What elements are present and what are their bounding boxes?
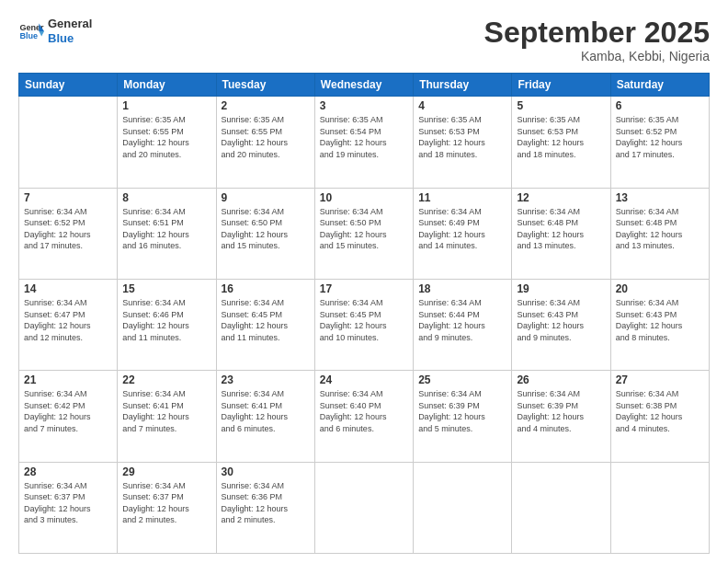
calendar-cell: 30Sunrise: 6:34 AM Sunset: 6:36 PM Dayli… [216, 462, 314, 553]
calendar-cell: 27Sunrise: 6:34 AM Sunset: 6:38 PM Dayli… [610, 371, 709, 462]
calendar-header-friday: Friday [512, 74, 610, 97]
calendar-header-sunday: Sunday [19, 74, 118, 97]
calendar-cell: 4Sunrise: 6:35 AM Sunset: 6:53 PM Daylig… [414, 97, 512, 188]
day-number: 18 [418, 282, 506, 295]
header: General Blue General Blue September 2025… [18, 17, 710, 63]
day-number: 27 [616, 373, 704, 386]
calendar-cell: 11Sunrise: 6:34 AM Sunset: 6:49 PM Dayli… [414, 188, 512, 279]
day-number: 25 [418, 373, 506, 386]
calendar-cell: 10Sunrise: 6:34 AM Sunset: 6:50 PM Dayli… [314, 188, 413, 279]
calendar-cell: 24Sunrise: 6:34 AM Sunset: 6:40 PM Dayli… [314, 371, 413, 462]
calendar-cell: 16Sunrise: 6:34 AM Sunset: 6:45 PM Dayli… [216, 279, 314, 370]
day-number: 30 [222, 465, 310, 478]
day-number: 3 [320, 99, 408, 112]
day-info: Sunrise: 6:34 AM Sunset: 6:48 PM Dayligh… [616, 206, 704, 252]
day-number: 14 [24, 282, 112, 295]
day-info: Sunrise: 6:34 AM Sunset: 6:43 PM Dayligh… [616, 297, 704, 343]
day-number: 2 [222, 99, 310, 112]
calendar-week-row: 21Sunrise: 6:34 AM Sunset: 6:42 PM Dayli… [19, 371, 710, 462]
calendar-cell: 8Sunrise: 6:34 AM Sunset: 6:51 PM Daylig… [118, 188, 216, 279]
calendar-cell: 25Sunrise: 6:34 AM Sunset: 6:39 PM Dayli… [414, 371, 512, 462]
calendar-cell [314, 462, 413, 553]
day-number: 8 [122, 191, 210, 204]
day-number: 4 [418, 99, 506, 112]
day-number: 10 [320, 191, 408, 204]
calendar-cell: 29Sunrise: 6:34 AM Sunset: 6:37 PM Dayli… [118, 462, 216, 553]
day-info: Sunrise: 6:35 AM Sunset: 6:55 PM Dayligh… [222, 114, 310, 160]
day-number: 26 [517, 373, 605, 386]
location: Kamba, Kebbi, Nigeria [484, 49, 710, 63]
calendar-cell: 19Sunrise: 6:34 AM Sunset: 6:43 PM Dayli… [512, 279, 610, 370]
day-info: Sunrise: 6:35 AM Sunset: 6:52 PM Dayligh… [616, 114, 704, 160]
day-number: 29 [122, 465, 210, 478]
day-info: Sunrise: 6:34 AM Sunset: 6:46 PM Dayligh… [122, 297, 210, 343]
day-info: Sunrise: 6:34 AM Sunset: 6:37 PM Dayligh… [122, 480, 210, 526]
day-info: Sunrise: 6:34 AM Sunset: 6:48 PM Dayligh… [517, 206, 605, 252]
day-number: 13 [616, 191, 704, 204]
day-info: Sunrise: 6:34 AM Sunset: 6:44 PM Dayligh… [418, 297, 506, 343]
logo-blue-text: Blue [48, 31, 92, 46]
logo-icon: General Blue [18, 18, 44, 44]
calendar-week-row: 7Sunrise: 6:34 AM Sunset: 6:52 PM Daylig… [19, 188, 710, 279]
page: General Blue General Blue September 2025… [0, 0, 728, 563]
day-number: 11 [418, 191, 506, 204]
day-number: 23 [222, 373, 310, 386]
day-info: Sunrise: 6:34 AM Sunset: 6:41 PM Dayligh… [122, 388, 210, 434]
day-info: Sunrise: 6:34 AM Sunset: 6:38 PM Dayligh… [616, 388, 704, 434]
day-number: 21 [24, 373, 112, 386]
calendar-week-row: 28Sunrise: 6:34 AM Sunset: 6:37 PM Dayli… [19, 462, 710, 553]
day-info: Sunrise: 6:34 AM Sunset: 6:47 PM Dayligh… [24, 297, 112, 343]
day-number: 15 [122, 282, 210, 295]
calendar-header-monday: Monday [118, 74, 216, 97]
calendar-header-thursday: Thursday [414, 74, 512, 97]
day-info: Sunrise: 6:34 AM Sunset: 6:39 PM Dayligh… [418, 388, 506, 434]
calendar-cell: 28Sunrise: 6:34 AM Sunset: 6:37 PM Dayli… [19, 462, 118, 553]
day-number: 6 [616, 99, 704, 112]
calendar-cell [512, 462, 610, 553]
day-info: Sunrise: 6:34 AM Sunset: 6:41 PM Dayligh… [222, 388, 310, 434]
calendar-cell: 21Sunrise: 6:34 AM Sunset: 6:42 PM Dayli… [19, 371, 118, 462]
calendar-cell [414, 462, 512, 553]
calendar-table: SundayMondayTuesdayWednesdayThursdayFrid… [18, 73, 710, 554]
day-info: Sunrise: 6:34 AM Sunset: 6:50 PM Dayligh… [320, 206, 408, 252]
day-info: Sunrise: 6:34 AM Sunset: 6:36 PM Dayligh… [222, 480, 310, 526]
day-info: Sunrise: 6:34 AM Sunset: 6:42 PM Dayligh… [24, 388, 112, 434]
calendar-cell: 2Sunrise: 6:35 AM Sunset: 6:55 PM Daylig… [216, 97, 314, 188]
calendar-cell [19, 97, 118, 188]
calendar-cell: 20Sunrise: 6:34 AM Sunset: 6:43 PM Dayli… [610, 279, 709, 370]
day-number: 22 [122, 373, 210, 386]
day-number: 12 [517, 191, 605, 204]
calendar-cell: 14Sunrise: 6:34 AM Sunset: 6:47 PM Dayli… [19, 279, 118, 370]
calendar-week-row: 1Sunrise: 6:35 AM Sunset: 6:55 PM Daylig… [19, 97, 710, 188]
calendar-header-row: SundayMondayTuesdayWednesdayThursdayFrid… [19, 74, 710, 97]
day-info: Sunrise: 6:34 AM Sunset: 6:52 PM Dayligh… [24, 206, 112, 252]
day-number: 24 [320, 373, 408, 386]
day-info: Sunrise: 6:35 AM Sunset: 6:54 PM Dayligh… [320, 114, 408, 160]
logo: General Blue General Blue [18, 17, 92, 45]
calendar-cell: 18Sunrise: 6:34 AM Sunset: 6:44 PM Dayli… [414, 279, 512, 370]
day-number: 28 [24, 465, 112, 478]
calendar-cell: 3Sunrise: 6:35 AM Sunset: 6:54 PM Daylig… [314, 97, 413, 188]
calendar-cell: 17Sunrise: 6:34 AM Sunset: 6:45 PM Dayli… [314, 279, 413, 370]
month-title: September 2025 [484, 17, 710, 49]
day-info: Sunrise: 6:34 AM Sunset: 6:45 PM Dayligh… [320, 297, 408, 343]
day-number: 5 [517, 99, 605, 112]
calendar-cell: 23Sunrise: 6:34 AM Sunset: 6:41 PM Dayli… [216, 371, 314, 462]
calendar-cell: 15Sunrise: 6:34 AM Sunset: 6:46 PM Dayli… [118, 279, 216, 370]
day-info: Sunrise: 6:34 AM Sunset: 6:49 PM Dayligh… [418, 206, 506, 252]
logo-general-text: General [48, 17, 92, 31]
calendar-cell: 1Sunrise: 6:35 AM Sunset: 6:55 PM Daylig… [118, 97, 216, 188]
day-info: Sunrise: 6:34 AM Sunset: 6:37 PM Dayligh… [24, 480, 112, 526]
day-number: 20 [616, 282, 704, 295]
day-number: 1 [122, 99, 210, 112]
day-number: 9 [222, 191, 310, 204]
calendar-header-wednesday: Wednesday [314, 74, 413, 97]
calendar-week-row: 14Sunrise: 6:34 AM Sunset: 6:47 PM Dayli… [19, 279, 710, 370]
svg-marker-3 [39, 31, 44, 37]
calendar-cell: 9Sunrise: 6:34 AM Sunset: 6:50 PM Daylig… [216, 188, 314, 279]
day-info: Sunrise: 6:34 AM Sunset: 6:50 PM Dayligh… [222, 206, 310, 252]
day-number: 7 [24, 191, 112, 204]
calendar-cell: 6Sunrise: 6:35 AM Sunset: 6:52 PM Daylig… [610, 97, 709, 188]
calendar-cell: 13Sunrise: 6:34 AM Sunset: 6:48 PM Dayli… [610, 188, 709, 279]
calendar-cell: 7Sunrise: 6:34 AM Sunset: 6:52 PM Daylig… [19, 188, 118, 279]
